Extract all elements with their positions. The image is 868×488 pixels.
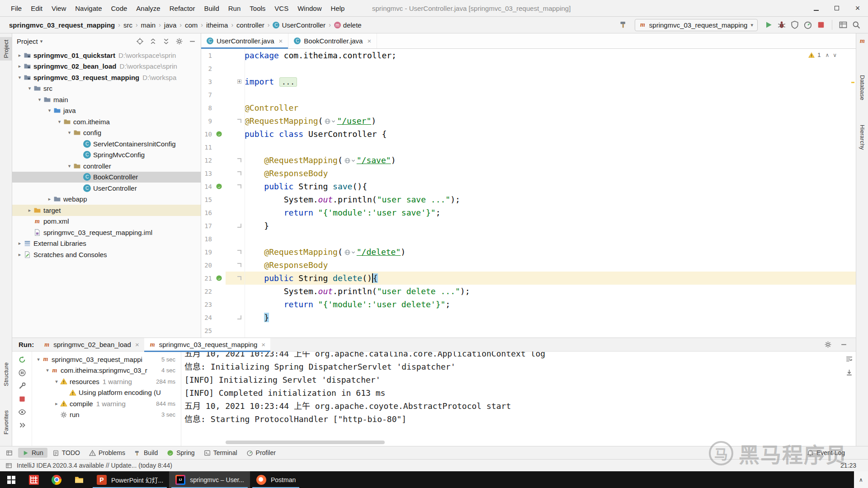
wrench-icon[interactable] [18,382,26,390]
code-line[interactable]: 25 [201,324,856,337]
tree-chevron-icon[interactable]: ▾ [16,75,24,80]
code-text[interactable]: @RequestMapping("/save") [245,154,856,167]
code-line[interactable]: 21 public String delete(){ [201,272,856,285]
fold-marker-icon[interactable] [237,184,241,188]
project-tree-item[interactable]: ▾springmvc_03_request_mappingD:\workspa [12,72,201,83]
breadcrumb-item[interactable]: itheima [204,20,230,30]
menu-tools[interactable]: Tools [245,5,270,12]
code-text[interactable] [245,88,856,101]
close-icon[interactable]: × [279,37,283,45]
url-mapping-hint-icon[interactable] [344,249,355,256]
project-tree-item[interactable]: CServletContainersInitConfig [12,138,201,150]
gear-icon[interactable] [175,38,183,45]
tree-chevron-icon[interactable]: ▾ [46,108,53,113]
breadcrumb-item[interactable]: main [139,20,158,30]
code-text[interactable] [245,141,856,154]
code-text[interactable]: @RequestMapping("/delete") [245,245,856,258]
tree-chevron-icon[interactable]: ▾ [26,85,33,91]
fold-marker-icon[interactable] [237,158,241,162]
menu-edit[interactable]: Edit [26,5,47,12]
horizontal-scrollbar[interactable] [226,441,385,444]
tree-chevron-icon[interactable]: ▸ [16,240,24,246]
project-tree-item[interactable]: ▾main [12,94,201,105]
code-line[interactable]: 13 @ResponseBody [201,167,856,180]
tree-chevron-icon[interactable]: ▾ [53,379,60,385]
code-line[interactable]: 16 return "{'module':'user save'}"; [201,206,856,219]
menu-view[interactable]: View [47,5,71,12]
close-icon[interactable]: × [367,37,371,45]
breadcrumb-item[interactable]: src [122,20,134,30]
more-icon[interactable] [18,421,26,429]
tool-window-button-problems[interactable]: Problems [85,448,129,458]
tool-button-project[interactable]: Project [0,37,12,61]
fold-marker-icon[interactable] [237,171,241,175]
code-line[interactable]: 20 @ResponseBody [201,258,856,272]
build-tree-item[interactable]: run3 sec [32,409,181,421]
project-tree-item[interactable]: CUserController [12,183,201,194]
fold-marker-icon[interactable] [237,263,241,267]
code-line[interactable]: 24 } [201,311,856,324]
menu-build[interactable]: Build [199,5,223,12]
close-icon[interactable]: × [261,341,265,348]
console[interactable]: 五月 10, 2021 10:23:44 上午 org.apache.catal… [181,352,856,446]
code-text[interactable]: } [245,311,856,324]
toolwindow-switcher-icon[interactable] [5,462,12,469]
tool-window-button-event-log[interactable]: Event Log [803,448,849,458]
project-tree-item[interactable]: ▾config [12,127,201,139]
build-tree-item[interactable]: ▾mcom.itheima:springmvc_03_r4 sec [32,365,181,376]
code-line[interactable]: 9@RequestMapping("/user") [201,114,856,127]
breadcrumb-item[interactable]: controller [235,20,266,30]
taskbar-app-postman[interactable]: Postman [250,471,302,488]
project-tree-item[interactable]: ▸webapp [12,194,201,205]
tree-chevron-icon[interactable]: ▾ [66,130,73,136]
code-text[interactable]: public class UserController { [245,127,856,141]
close-icon[interactable]: × [135,341,139,348]
fold-marker-icon[interactable] [237,119,241,123]
code-line[interactable]: 8@Controller [201,101,856,114]
tool-window-button-todo[interactable]: TODO [48,448,84,458]
taskbar-app-intellij[interactable]: IJspringmvc – User... [169,471,250,488]
url-mapping-hint-icon[interactable] [344,157,355,164]
build-tree-item[interactable]: ▾mspringmvc_03_request_mappi5 sec [32,354,181,365]
menu-window[interactable]: Window [293,5,326,12]
code-line[interactable]: 7 [201,88,856,101]
spring-icon[interactable] [216,275,222,282]
toolwindow-quick-access[interactable] [4,448,14,458]
code-text[interactable]: @Controller [245,101,856,114]
code-text[interactable]: @ResponseBody [245,167,856,180]
prev-warning-icon[interactable]: ∧ [825,52,829,58]
project-tree-item[interactable]: springmvc_03_request_mapping.iml [12,227,201,238]
taskbar-app-powerpoint[interactable]: PPowerPoint 幻灯... [90,471,169,488]
code-editor[interactable]: 1 ∧ ∨ 1package com.itheima.controller;23… [201,49,856,338]
maven-tool-icon[interactable]: m [859,37,866,45]
tool-window-button-build[interactable]: Build [130,448,162,458]
next-warning-icon[interactable]: ∨ [833,52,837,58]
url-mapping-hint-icon[interactable] [324,118,335,125]
tree-chevron-icon[interactable]: ▾ [56,119,63,125]
run-icon[interactable] [764,20,773,29]
menu-run[interactable]: Run [224,5,245,12]
build-tree-item[interactable]: ▸compile1 warning844 ms [32,398,181,409]
tree-chevron-icon[interactable]: ▾ [66,163,73,169]
tool-button-structure[interactable]: Structure [0,360,12,389]
build-icon[interactable] [619,20,628,29]
menu-file[interactable]: File [6,5,26,12]
code-text[interactable]: public String delete(){ [245,272,856,285]
project-tree-item[interactable]: ▾src [12,83,201,94]
code-line[interactable]: 12 @RequestMapping("/save") [201,154,856,167]
tree-chevron-icon[interactable]: ▸ [16,52,24,58]
close-button[interactable]: × [847,0,868,16]
tree-chevron-icon[interactable]: ▸ [53,401,60,407]
code-line[interactable]: 11 [201,141,856,154]
menu-vcs[interactable]: VCS [270,5,293,12]
code-text[interactable]: public String save(){ [245,180,856,193]
spring-icon[interactable] [216,131,222,137]
collapse-icon[interactable] [149,38,157,45]
code-line[interactable]: 23 return "{'module':'user delete'}"; [201,298,856,311]
vertical-scrollbar[interactable] [850,49,856,338]
editor-tab[interactable]: CBookController.java× [288,33,377,48]
code-text[interactable] [245,324,856,337]
code-text[interactable]: } [245,219,856,232]
fold-marker-icon[interactable] [237,315,241,319]
taskbar-app-chrome[interactable] [45,471,68,488]
